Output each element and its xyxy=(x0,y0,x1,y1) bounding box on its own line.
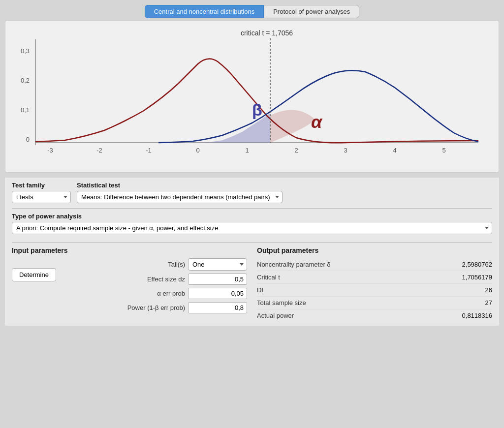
test-row: Test family t tests Statistical test Mea… xyxy=(12,182,492,203)
chart-area: critical t = 1,7056 0,3 0,2 0,1 0 -3 -2 … xyxy=(5,20,499,173)
input-params-inner: Determine Tail(s) One Effect size dz xyxy=(12,258,247,316)
x-axis-3: 3 xyxy=(344,147,347,154)
x-axis-minus3: -3 xyxy=(47,147,53,154)
input-fields: Tail(s) One Effect size dz α err prob xyxy=(61,258,247,316)
divider-1 xyxy=(12,208,492,209)
tails-select[interactable]: One xyxy=(188,258,247,271)
output-label-sample-size: Total sample size xyxy=(257,299,306,306)
tails-row: Tail(s) One xyxy=(61,258,247,271)
power-err-input[interactable] xyxy=(188,302,247,313)
alpha-err-label: α err prob xyxy=(157,290,185,297)
tab-central[interactable]: Central and noncentral distributions xyxy=(145,5,264,18)
x-axis-minus2: -2 xyxy=(96,147,102,154)
output-label-noncentrality: Noncentrality parameter δ xyxy=(257,261,331,268)
output-value-critical-t: 1,7056179 xyxy=(462,274,492,281)
determine-btn-area: Determine xyxy=(12,258,56,316)
x-axis-1: 1 xyxy=(245,147,249,154)
svg-rect-0 xyxy=(11,25,493,165)
power-err-label: Power (1-β err prob) xyxy=(127,304,185,311)
input-params-section: Input parameters Determine Tail(s) One xyxy=(12,246,247,322)
test-family-section: Test family t tests xyxy=(12,182,71,203)
output-row-noncentrality: Noncentrality parameter δ 2,5980762 xyxy=(257,258,492,271)
output-value-df: 26 xyxy=(485,286,492,294)
output-row-sample-size: Total sample size 27 xyxy=(257,297,492,309)
power-type-select[interactable]: A priori: Compute required sample size -… xyxy=(12,222,492,234)
x-axis-4: 4 xyxy=(393,147,396,154)
output-row-df: Df 26 xyxy=(257,284,492,297)
output-row-critical-t: Critical t 1,7056179 xyxy=(257,271,492,284)
power-err-row: Power (1-β err prob) xyxy=(61,302,247,313)
params-row: Input parameters Determine Tail(s) One xyxy=(12,246,492,322)
controls-area: Test family t tests Statistical test Mea… xyxy=(5,178,499,326)
output-value-actual-power: 0,8118316 xyxy=(462,312,492,319)
y-axis-02: 0,2 xyxy=(21,77,30,84)
determine-button[interactable]: Determine xyxy=(12,268,56,281)
effect-size-row: Effect size dz xyxy=(61,274,247,285)
x-axis-2: 2 xyxy=(294,147,298,154)
critical-t-label: critical t = 1,7056 xyxy=(241,29,293,37)
tails-label: Tail(s) xyxy=(168,261,185,268)
output-params-section: Output parameters Noncentrality paramete… xyxy=(257,246,492,322)
y-axis-03: 0,3 xyxy=(21,47,30,55)
output-value-sample-size: 27 xyxy=(485,299,492,306)
x-axis-0: 0 xyxy=(196,147,199,154)
statistical-test-section: Statistical test Means: Difference betwe… xyxy=(77,182,492,203)
input-params-title: Input parameters xyxy=(12,246,247,254)
y-axis-0: 0 xyxy=(26,136,30,143)
test-family-select[interactable]: t tests xyxy=(12,191,71,203)
distribution-chart: critical t = 1,7056 0,3 0,2 0,1 0 -3 -2 … xyxy=(10,25,494,165)
tab-protocol[interactable]: Protocol of power analyses xyxy=(264,5,359,18)
y-axis-01: 0,1 xyxy=(21,106,30,114)
output-value-noncentrality: 2,5980762 xyxy=(462,261,492,268)
alpha-err-input[interactable] xyxy=(188,288,247,299)
statistical-test-select[interactable]: Means: Difference between two dependent … xyxy=(77,191,283,203)
effect-size-label: Effect size dz xyxy=(147,275,185,283)
alpha-symbol: α xyxy=(311,112,323,132)
power-type-section: Type of power analysis A priori: Compute… xyxy=(12,213,492,239)
statistical-test-label: Statistical test xyxy=(77,182,492,189)
effect-size-input[interactable] xyxy=(188,274,247,285)
output-label-critical-t: Critical t xyxy=(257,274,280,281)
tab-bar: Central and noncentral distributions Pro… xyxy=(5,5,499,18)
x-axis-minus1: -1 xyxy=(146,147,152,154)
test-family-label: Test family xyxy=(12,182,71,189)
alpha-err-row: α err prob xyxy=(61,288,247,299)
divider-2 xyxy=(12,242,492,243)
output-row-actual-power: Actual power 0,8118316 xyxy=(257,309,492,322)
beta-symbol: β xyxy=(252,100,262,119)
power-type-label: Type of power analysis xyxy=(12,213,492,220)
output-label-actual-power: Actual power xyxy=(257,312,294,319)
output-label-df: Df xyxy=(257,286,263,294)
output-params-title: Output parameters xyxy=(257,246,492,254)
x-axis-5: 5 xyxy=(442,147,445,154)
